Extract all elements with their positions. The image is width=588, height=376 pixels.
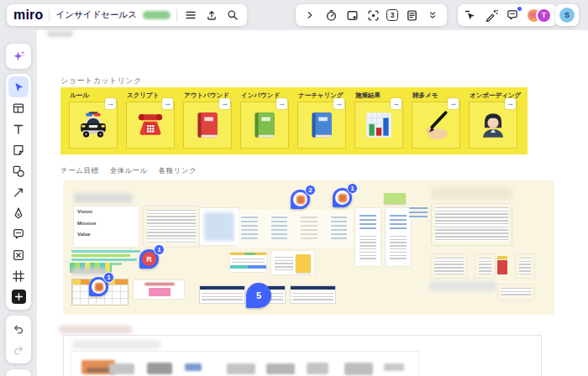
shapes-icon — [12, 164, 25, 178]
link-arrow-badge[interactable]: → — [276, 98, 287, 109]
shortcut-cell-outbound[interactable]: → — [183, 102, 232, 149]
large-text-card[interactable] — [431, 203, 512, 246]
frame-title-various-links[interactable]: 各種リンク — [159, 166, 197, 176]
board-title[interactable]: インサイドセールス — [55, 9, 136, 21]
text-card[interactable] — [143, 206, 200, 248]
undo-button[interactable] — [8, 319, 29, 340]
chevron-right-icon — [305, 10, 315, 20]
comment-tool[interactable] — [8, 223, 29, 244]
bottom-frame[interactable] — [63, 335, 542, 376]
timer-button[interactable] — [323, 8, 339, 23]
pink-card[interactable] — [133, 279, 185, 300]
shortcut-cell-script[interactable]: → — [126, 102, 175, 149]
miro-board-window: miro インサイドセールス 3 — [0, 0, 588, 376]
export-button[interactable] — [204, 8, 219, 23]
data-table[interactable] — [199, 285, 245, 304]
faint-panel[interactable] — [235, 210, 353, 248]
frame-title-team-goals[interactable]: チーム目標 — [60, 166, 98, 176]
more-tools-button[interactable] — [8, 286, 29, 307]
blurred-text — [384, 363, 404, 371]
timer-icon — [325, 9, 338, 22]
text-card[interactable] — [515, 253, 535, 279]
link-arrow-badge[interactable]: → — [391, 98, 402, 109]
pen-tool[interactable] — [8, 202, 29, 223]
shortcut-cell-results[interactable]: → — [354, 102, 403, 149]
shortcut-label[interactable]: スクリプト — [127, 91, 183, 100]
mini-schedule-table[interactable] — [229, 252, 267, 273]
magic-pen-button[interactable] — [484, 8, 499, 23]
miro-logo[interactable]: miro — [13, 8, 43, 23]
link-arrow-badge[interactable]: → — [448, 98, 459, 109]
collaborator-avatar-t[interactable]: T — [536, 8, 552, 24]
red-image[interactable] — [497, 260, 507, 274]
link-arrow-badge[interactable]: → — [219, 98, 230, 109]
shortcut-label[interactable]: オンボーディング — [470, 91, 526, 100]
blurred-link-list[interactable] — [407, 203, 429, 220]
current-user-avatar[interactable]: S — [559, 8, 575, 23]
shortcut-cell-memo[interactable]: → — [412, 102, 460, 149]
search-button[interactable] — [225, 8, 240, 23]
present-focus-button[interactable] — [365, 8, 381, 23]
text-card[interactable] — [475, 253, 496, 279]
blurred-text — [266, 363, 295, 374]
collapse-toolbar-button[interactable] — [425, 8, 440, 23]
templates-tool[interactable] — [8, 97, 29, 118]
tools-sidebar — [6, 74, 31, 310]
frame-capture-button[interactable] — [344, 8, 360, 23]
shortcut-cell-nurturing[interactable]: → — [297, 102, 346, 149]
ai-assist-button[interactable] — [8, 46, 29, 67]
shortcut-cell-rules[interactable]: → — [69, 102, 118, 149]
vision-card[interactable]: Vision Mission Value — [73, 206, 139, 248]
blurred-rows — [291, 290, 335, 303]
text-card[interactable] — [497, 284, 535, 300]
shapes-tool[interactable] — [8, 160, 29, 181]
shortcut-label[interactable]: 雑多メモ — [412, 91, 469, 100]
shortcut-label[interactable]: インバウンド — [241, 91, 297, 100]
frame-tool[interactable] — [8, 265, 29, 286]
comment-thread-bubble[interactable]: 5 — [246, 283, 271, 308]
follow-mode-button[interactable] — [463, 8, 478, 23]
current-user-box: S — [555, 4, 579, 26]
data-table[interactable] — [290, 285, 336, 304]
blurred-image — [204, 212, 234, 241]
notes-button[interactable] — [404, 8, 419, 23]
focus-brackets-icon — [367, 9, 380, 22]
blurred-text — [185, 363, 202, 371]
redo-button[interactable] — [8, 340, 29, 361]
green-sticky-note[interactable] — [384, 193, 406, 204]
image-card[interactable] — [199, 207, 239, 246]
connector-tool[interactable] — [8, 181, 29, 202]
shortcut-label[interactable]: ナーチャリング — [298, 91, 354, 100]
blurred-text — [77, 226, 133, 232]
link-arrow-badge[interactable]: → — [105, 98, 116, 109]
link-arrow-badge[interactable]: → — [333, 98, 344, 109]
shortcut-label[interactable]: 施策結果 — [355, 91, 412, 100]
select-tool[interactable] — [8, 76, 29, 97]
frames-count-badge[interactable]: 3 — [386, 9, 398, 21]
main-menu-button[interactable] — [183, 8, 198, 23]
media-embed-tool[interactable] — [8, 244, 29, 265]
inner-card[interactable] — [71, 351, 419, 376]
comments-button[interactable] — [505, 8, 520, 23]
team-frame[interactable]: Vision Mission Value — [63, 180, 554, 315]
shortcut-label[interactable]: ルール — [70, 91, 126, 100]
yellow-sticky-card[interactable] — [270, 250, 315, 275]
shortcut-label[interactable]: アウトバウンド — [184, 91, 240, 100]
pink-rect — [149, 288, 171, 296]
frame-title-overall-rules[interactable]: 全体ルール — [109, 166, 147, 176]
blurred-text — [71, 268, 107, 274]
avatar-blur — [339, 194, 347, 202]
tall-list-card[interactable] — [354, 207, 381, 267]
board-badge-blurred — [143, 11, 171, 19]
link-arrow-badge[interactable]: → — [162, 98, 173, 109]
shortcut-cell-inbound[interactable]: → — [240, 102, 289, 149]
shortcut-cell-onboarding[interactable]: → — [469, 102, 517, 149]
blurred-column — [268, 212, 291, 245]
text-card[interactable] — [430, 253, 468, 279]
shortcut-frame-title[interactable]: ショートカットリンク — [60, 76, 142, 86]
sticky-note-tool[interactable] — [8, 139, 29, 160]
magic-pen-icon — [485, 8, 498, 22]
link-arrow-badge[interactable]: → — [505, 98, 516, 109]
expand-toolbar-button[interactable] — [302, 8, 318, 23]
text-tool[interactable] — [8, 118, 29, 139]
